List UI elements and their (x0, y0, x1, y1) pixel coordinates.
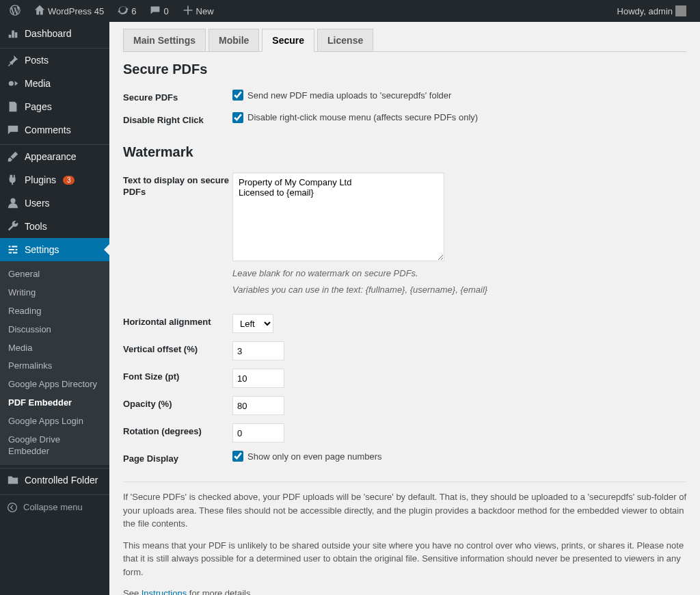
sidebar-item-label: Posts (25, 55, 49, 66)
label-rotation: Rotation (degrees) (123, 423, 232, 438)
sliders-icon (7, 243, 19, 256)
plugins-updates-badge: 3 (63, 176, 75, 185)
media-icon (7, 77, 19, 90)
checkbox-disable-rc-wrap[interactable]: Disable right-click mouse menu (affects … (232, 112, 478, 123)
submenu-pdf-embedder[interactable]: PDF Embedder (0, 394, 109, 412)
sidebar-item-label: Controlled Folder (25, 475, 98, 486)
comments-count: 0 (163, 6, 168, 16)
tab-license[interactable]: License (317, 29, 373, 52)
svg-point-1 (10, 198, 15, 203)
desc-watermark-vars: Variables you can use in the text: {full… (232, 284, 686, 296)
divider (123, 481, 686, 482)
settings-submenu: General Writing Reading Discussion Media… (0, 261, 109, 465)
folder-icon (7, 474, 19, 486)
checkbox-page-display-label: Show only on even page numbers (247, 451, 382, 462)
plugin-tabs: Main Settings Mobile Secure License (123, 29, 686, 52)
submenu-google-apps-login[interactable]: Google Apps Login (0, 412, 109, 431)
checkbox-page-display[interactable] (232, 451, 243, 462)
collapse-label: Collapse menu (23, 502, 83, 512)
sidebar-item-label: Dashboard (25, 28, 72, 39)
avatar (675, 5, 686, 16)
label-horizontal-alignment: Horizontal alignment (123, 314, 232, 328)
submenu-writing[interactable]: Writing (0, 284, 109, 302)
info-paragraph-3: See Instructions for more details. (123, 587, 686, 595)
site-name: WordPress 45 (48, 6, 104, 16)
checkbox-disable-rc[interactable] (232, 112, 243, 123)
sidebar-item-comments[interactable]: Comments (0, 118, 109, 142)
input-font-size[interactable] (232, 369, 284, 388)
admin-sidebar: Dashboard Posts Media Pages Comments App… (0, 22, 109, 595)
sidebar-item-label: Media (25, 78, 51, 89)
sidebar-item-dashboard[interactable]: Dashboard (0, 22, 109, 45)
submenu-general[interactable]: General (0, 265, 109, 284)
sidebar-item-label: Pages (25, 101, 52, 112)
new-content-link[interactable]: New (178, 0, 218, 22)
svg-point-2 (8, 503, 17, 512)
checkbox-secure-pdfs[interactable] (232, 90, 243, 101)
comments-icon (7, 124, 19, 136)
sidebar-item-controlled-folder[interactable]: Controlled Folder (0, 468, 109, 492)
submenu-google-apps-directory[interactable]: Google Apps Directory (0, 375, 109, 394)
info-paragraph-1: If 'Secure PDFs' is checked above, your … (123, 490, 686, 531)
refresh-icon (118, 5, 129, 18)
comment-icon (150, 5, 161, 18)
label-disable-right-click: Disable Right Click (123, 112, 232, 127)
label-secure-pdfs: Secure PDFs (123, 90, 232, 104)
user-icon (7, 197, 19, 209)
wordpress-icon (10, 5, 21, 18)
sidebar-item-label: Comments (25, 124, 71, 135)
collapse-menu[interactable]: Collapse menu (0, 495, 109, 520)
heading-secure-pdfs: Secure PDFs (123, 62, 686, 77)
submenu-media[interactable]: Media (0, 339, 109, 358)
heading-watermark: Watermark (123, 144, 686, 160)
input-rotation[interactable] (232, 423, 284, 442)
tab-secure[interactable]: Secure (262, 29, 314, 52)
comments-link[interactable]: 0 (146, 0, 172, 22)
sidebar-item-pages[interactable]: Pages (0, 95, 109, 118)
howdy-text: Howdy, admin (617, 6, 673, 16)
page-icon (7, 101, 19, 113)
main-content: Main Settings Mobile Secure License Secu… (109, 22, 700, 595)
checkbox-disable-rc-label: Disable right-click mouse menu (affects … (247, 112, 478, 122)
sidebar-item-appearance[interactable]: Appearance (0, 145, 109, 168)
sidebar-item-label: Tools (25, 221, 47, 232)
checkbox-secure-pdfs-label: Send new PDF media uploads to 'securepdf… (247, 90, 451, 101)
dashboard-icon (7, 27, 19, 40)
checkbox-secure-pdfs-wrap[interactable]: Send new PDF media uploads to 'securepdf… (232, 90, 451, 101)
updates-count: 6 (131, 6, 136, 16)
submenu-reading[interactable]: Reading (0, 302, 109, 321)
updates-link[interactable]: 6 (113, 0, 140, 22)
textarea-watermark-text[interactable] (232, 172, 444, 261)
tab-mobile[interactable]: Mobile (208, 29, 259, 52)
sidebar-item-posts[interactable]: Posts (0, 49, 109, 72)
sidebar-item-label: Appearance (25, 151, 77, 162)
select-horizontal-alignment[interactable]: Left (232, 314, 273, 333)
plug-icon (7, 174, 19, 186)
submenu-discussion[interactable]: Discussion (0, 321, 109, 339)
tab-main-settings[interactable]: Main Settings (123, 29, 206, 52)
plus-icon (183, 5, 193, 18)
checkbox-page-display-wrap[interactable]: Show only on even page numbers (232, 451, 382, 462)
svg-point-0 (9, 81, 14, 85)
sidebar-item-settings[interactable]: Settings (0, 238, 109, 261)
input-vertical-offset[interactable] (232, 341, 284, 360)
sidebar-item-users[interactable]: Users (0, 191, 109, 215)
brush-icon (7, 150, 19, 163)
new-label: New (196, 6, 214, 16)
submenu-google-drive-embedder[interactable]: Google Drive Embedder (0, 431, 109, 461)
input-opacity[interactable] (232, 396, 284, 415)
sidebar-item-plugins[interactable]: Plugins 3 (0, 168, 109, 191)
label-font-size: Font Size (pt) (123, 369, 232, 383)
wp-logo[interactable] (5, 0, 25, 22)
sidebar-item-tools[interactable]: Tools (0, 215, 109, 238)
collapse-icon (7, 502, 18, 513)
submenu-permalinks[interactable]: Permalinks (0, 357, 109, 375)
sidebar-item-label: Users (25, 198, 50, 209)
user-greeting[interactable]: Howdy, admin (613, 0, 690, 22)
label-opacity: Opacity (%) (123, 396, 232, 410)
instructions-link[interactable]: Instructions (142, 588, 187, 595)
wp-admin-bar: WordPress 45 6 0 New Howdy, admin (0, 0, 700, 22)
site-home-link[interactable]: WordPress 45 (30, 0, 108, 22)
sidebar-item-media[interactable]: Media (0, 72, 109, 95)
label-vertical-offset: Vertical offset (%) (123, 341, 232, 356)
